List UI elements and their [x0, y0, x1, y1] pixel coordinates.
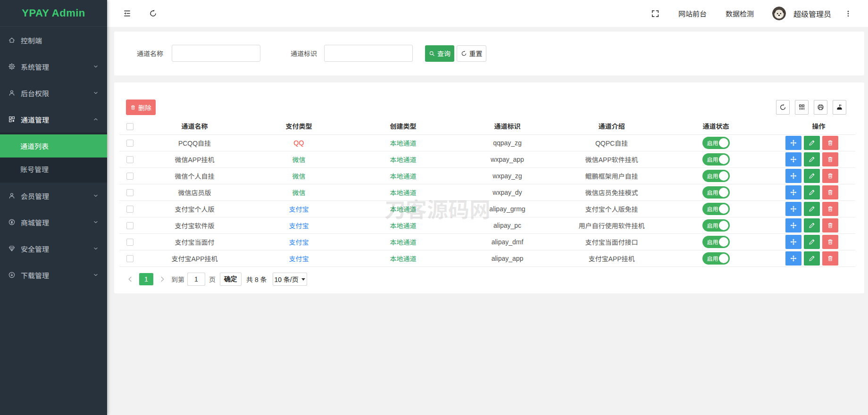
row-checkbox[interactable] — [126, 222, 134, 229]
cell-desc: 支付宝当面付接口 — [559, 233, 664, 250]
table-refresh-button[interactable] — [776, 100, 790, 115]
cell-pay-type[interactable]: 支付宝 — [247, 250, 351, 266]
edit-row-button[interactable] — [804, 136, 820, 150]
status-toggle[interactable]: 启用 — [702, 170, 730, 182]
current-page-button[interactable]: 1 — [139, 273, 153, 285]
delete-row-button[interactable] — [822, 185, 838, 199]
table-export-button[interactable] — [833, 100, 846, 115]
delete-row-button[interactable] — [822, 235, 838, 249]
row-checkbox[interactable] — [126, 156, 134, 163]
sidebar-subitem[interactable]: 账号管理 — [0, 158, 107, 181]
cell-pay-type[interactable]: 支付宝 — [247, 200, 351, 217]
cell-create-type[interactable]: 本地通道 — [351, 134, 455, 151]
fullscreen-icon[interactable] — [651, 9, 659, 18]
sidebar-item-6[interactable]: 安全管理 — [0, 235, 107, 262]
move-row-button[interactable] — [785, 202, 801, 216]
move-row-button[interactable] — [785, 185, 801, 199]
toggle-knob — [719, 155, 728, 164]
page-size-select[interactable]: 10 条/页 — [273, 273, 307, 286]
query-button[interactable]: 查询 — [425, 45, 454, 62]
move-row-button[interactable] — [785, 235, 801, 249]
cell-pay-type[interactable]: 微信 — [247, 167, 351, 184]
move-row-button[interactable] — [785, 152, 801, 166]
cell-desc: 支付宝个人版免挂 — [559, 200, 664, 217]
row-checkbox[interactable] — [126, 140, 134, 147]
cell-pay-type[interactable]: QQ — [247, 134, 351, 151]
sidebar-item-3[interactable]: 通道管理 — [0, 106, 107, 133]
delete-row-button[interactable] — [822, 152, 838, 166]
prev-page-icon[interactable] — [127, 276, 134, 282]
move-row-button[interactable] — [785, 136, 801, 150]
delete-row-button[interactable] — [822, 202, 838, 216]
cell-name: 支付宝APP挂机 — [142, 250, 247, 266]
frontend-link[interactable]: 网站前台 — [678, 8, 707, 18]
delete-row-button[interactable] — [822, 218, 838, 232]
goto-confirm-button[interactable]: 确定 — [220, 273, 242, 286]
username[interactable]: 超级管理员 — [793, 8, 831, 19]
edit-row-button[interactable] — [804, 218, 820, 232]
delete-button[interactable]: 删除 — [126, 100, 156, 115]
table-row: 微信个人自挂 微信 本地通道 wxpay_zg 鲲鹏框架用户自挂 启用 — [119, 167, 855, 184]
collapse-sidebar-icon[interactable] — [123, 9, 131, 17]
status-toggle[interactable]: 启用 — [702, 219, 730, 232]
status-toggle[interactable]: 启用 — [702, 186, 730, 199]
more-menu-icon[interactable] — [844, 10, 852, 17]
sidebar-item-7[interactable]: 下载管理 — [0, 262, 107, 288]
status-toggle[interactable]: 启用 — [702, 252, 730, 265]
edit-row-button[interactable] — [804, 251, 820, 266]
cell-create-type[interactable]: 本地通道 — [351, 184, 455, 200]
channel-name-input[interactable] — [172, 45, 260, 62]
export-icon — [836, 104, 843, 111]
row-checkbox[interactable] — [126, 173, 134, 180]
goto-page-input[interactable] — [187, 273, 205, 286]
row-checkbox[interactable] — [126, 206, 134, 213]
row-checkbox[interactable] — [126, 239, 134, 246]
edit-row-button[interactable] — [804, 185, 820, 199]
cell-pay-type[interactable]: 微信 — [247, 151, 351, 167]
refresh-page-icon[interactable] — [149, 9, 157, 17]
channel-code-input[interactable] — [324, 45, 413, 62]
delete-row-button[interactable] — [822, 136, 838, 150]
sidebar-subitem[interactable]: 通道列表 — [0, 134, 107, 158]
delete-row-button[interactable] — [822, 169, 838, 183]
select-all-checkbox[interactable] — [126, 123, 134, 130]
trash-icon — [130, 105, 136, 110]
cell-pay-type[interactable]: 微信 — [247, 184, 351, 200]
cell-create-type[interactable]: 本地通道 — [351, 167, 455, 184]
cell-pay-type[interactable]: 支付宝 — [247, 217, 351, 233]
status-toggle[interactable]: 启用 — [702, 236, 730, 248]
cell-create-type[interactable]: 本地通道 — [351, 151, 455, 167]
goto-prefix: 到第 — [171, 274, 184, 284]
cell-create-type[interactable]: 本地通道 — [351, 250, 455, 266]
edit-row-button[interactable] — [804, 152, 820, 166]
table-print-button[interactable] — [814, 100, 827, 115]
move-row-button[interactable] — [785, 169, 801, 183]
sidebar-item-5[interactable]: 商城管理 — [0, 209, 107, 235]
reset-button[interactable]: 重置 — [457, 45, 486, 62]
status-toggle[interactable]: 启用 — [702, 203, 730, 215]
edit-row-button[interactable] — [804, 235, 820, 249]
table-columns-button[interactable] — [795, 100, 809, 115]
sidebar-item-2[interactable]: 后台权限 — [0, 80, 107, 106]
cell-pay-type[interactable]: 支付宝 — [247, 233, 351, 250]
delete-row-button[interactable] — [822, 251, 838, 266]
data-check-link[interactable]: 数据检测 — [726, 8, 754, 18]
status-toggle[interactable]: 启用 — [702, 153, 730, 166]
status-toggle[interactable]: 启用 — [702, 137, 730, 149]
edit-row-button[interactable] — [804, 169, 820, 183]
avatar[interactable] — [772, 7, 786, 20]
sidebar-nav: 控制端 系统管理 后台权限 通道管理 通道列表账号管理 会员管理 商城管理 安全… — [0, 27, 107, 288]
cell-create-type[interactable]: 本地通道 — [351, 233, 455, 250]
yuan-icon — [8, 218, 16, 226]
move-row-button[interactable] — [785, 251, 801, 266]
row-checkbox[interactable] — [126, 189, 134, 196]
edit-row-button[interactable] — [804, 202, 820, 216]
sidebar-item-4[interactable]: 会员管理 — [0, 183, 107, 209]
sidebar-item-1[interactable]: 系统管理 — [0, 53, 107, 80]
move-row-button[interactable] — [785, 218, 801, 232]
row-checkbox[interactable] — [126, 255, 134, 262]
cell-create-type[interactable]: 本地通道 — [351, 217, 455, 233]
next-page-icon[interactable] — [159, 276, 166, 282]
cell-create-type[interactable]: 本地通道 — [351, 200, 455, 217]
sidebar-item-0[interactable]: 控制端 — [0, 27, 107, 53]
